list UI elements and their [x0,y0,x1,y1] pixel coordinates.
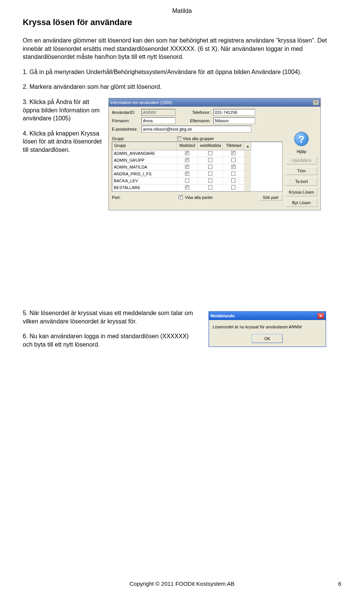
checkbox-visa-grupper[interactable] [177,136,181,140]
dialog-title: Information om användare (1005) [110,100,172,105]
checkbox-tilldelad[interactable] [231,172,235,176]
checkbox-webmatilda[interactable] [208,172,212,176]
sok-part-button[interactable]: Sök part [259,194,282,201]
doc-header: Matilda [23,8,341,14]
checkbox-tilldelad[interactable] [231,178,235,183]
checkbox-tilldelad[interactable] [231,165,235,169]
tabort-button[interactable]: Ta bort [286,177,317,186]
checkbox-tilldelad[interactable] [231,185,235,189]
label-fornamn: Förnamn: [112,118,140,123]
cell-group-name: ADMIN_ANVANDARE [112,150,177,157]
message-dialog: Meddelande × Lösenordet är nu kryssat fö… [209,311,326,347]
help-icon[interactable]: ? [294,132,309,146]
label-part: Part: [112,195,140,200]
table-row[interactable]: ADMIN_ANVANDARE [112,150,282,157]
checkbox-matilda3[interactable] [185,158,189,162]
cell-group-name: ADMIN_MATILDA [112,164,177,171]
footer-copyright: Copyright © 2011 FOODit Kostsystem AB [0,580,364,587]
cell-group-name: ANDRA_PRIS_I_FS [112,171,177,178]
page-number: 6 [338,580,341,587]
cell-group-name: ADMIN_GRUPP [112,157,177,164]
col-grupp[interactable]: Grupp [112,142,177,150]
byt-losen-button[interactable]: Byt Lösen [286,199,317,207]
user-info-dialog: Information om användare (1005) × Använd… [108,98,321,210]
col-tilldelad[interactable]: Tilldelad [223,142,244,150]
checkbox-webmatilda[interactable] [208,151,212,155]
step-5: 5. När lösenordet är kryssat visas ett m… [23,309,197,325]
checkbox-webmatilda[interactable] [208,178,212,183]
label-efternamn: Efternamn: [188,118,212,123]
checkbox-matilda3[interactable] [185,178,189,183]
table-row[interactable]: BACKA_LEV [112,178,282,184]
groups-table: Grupp Matilda3 webMatilda Tilldelad ▴ AD… [112,142,282,192]
intro-paragraph: Om en användare glömmer sitt lösenord ka… [23,36,341,61]
checkbox-matilda3[interactable] [185,172,189,176]
step-6: 6. Nu kan användaren logga in med standa… [23,332,197,348]
step-3: 3. Klicka på Ändra för att öppna bilden … [23,98,102,123]
checkbox-webmatilda[interactable] [208,158,212,162]
checkbox-matilda3[interactable] [185,185,189,189]
input-fornamn[interactable] [141,117,176,124]
input-telefon[interactable] [213,109,255,116]
table-row[interactable]: BESTALLARE [112,184,282,191]
checkbox-tilldelad[interactable] [231,151,235,155]
help-label: Hjälp [286,149,317,154]
cell-group-name: BACKA_LEV [112,178,177,184]
label-epost: E-postadress: [112,127,140,131]
page-heading: Kryssa lösen för användare [23,17,341,27]
checkbox-webmatilda[interactable] [208,165,212,169]
step-4: 4. Klicka på knappen Kryssa lösen för at… [23,129,102,154]
table-row[interactable]: ANDRA_PRIS_I_FS [112,171,282,178]
input-anvandarid[interactable] [141,109,176,116]
label-grupp: Grupp: [112,136,140,141]
checkbox-webmatilda[interactable] [208,185,212,189]
col-matilda3[interactable]: Matilda3 [177,142,198,150]
uppdatera-button[interactable]: Uppdatera [286,156,317,164]
label-visa-grupper: Visa alla grupper [183,136,214,141]
message-text: Lösenordet är nu kryssat för användaren … [213,325,322,329]
tom-button[interactable]: Töm [286,167,317,175]
table-row[interactable]: ADMIN_GRUPP [112,157,282,164]
checkbox-tilldelad[interactable] [231,158,235,162]
cell-group-name: BESTALLARE [112,184,177,191]
step-2: 2. Markera användaren som har glömt sitt… [23,83,341,91]
ok-button[interactable]: OK [252,334,282,343]
label-visa-parter: Visa alla parter [185,195,213,200]
message-close-icon[interactable]: × [317,313,324,319]
message-title: Meddelande [210,314,235,318]
label-anvandarid: AnvändarID: [112,110,140,115]
input-efternamn[interactable] [213,117,255,124]
label-telefon: Telefonnr: [188,110,212,115]
col-webmatilda[interactable]: webMatilda [198,142,223,150]
close-icon[interactable]: × [313,100,319,105]
checkbox-visa-parter[interactable] [179,195,183,199]
kryssa-losen-button[interactable]: Kryssa Lösen [286,188,317,196]
checkbox-matilda3[interactable] [185,151,189,155]
step-1: 1. Gå in på menyraden Underhåll/Behörigh… [23,68,341,76]
input-epost[interactable] [141,126,251,132]
table-row[interactable]: ADMIN_MATILDA [112,164,282,171]
checkbox-matilda3[interactable] [185,165,189,169]
scroll-up-icon[interactable]: ▴ [244,142,251,150]
